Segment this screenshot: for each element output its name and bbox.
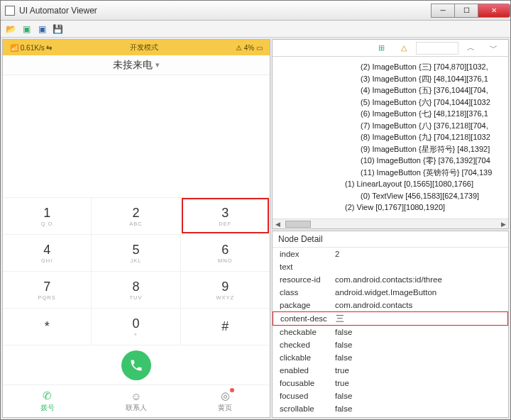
detail-value: android.widget.ImageButton <box>331 288 508 297</box>
detail-value: com.android.contacts <box>331 301 508 309</box>
detail-key: focusable <box>273 379 331 387</box>
tree-node[interactable]: (11) ImageButton {英镑符号} [704,139 <box>277 167 504 179</box>
detail-key: enabled <box>273 366 331 375</box>
detail-row-clickable[interactable]: clickablefalse <box>273 351 508 364</box>
detail-row-resource-id[interactable]: resource-idcom.android.contacts:id/three <box>273 273 508 286</box>
app-window: UI Automator Viewer ─ ☐ ✕ 📂 ▣ ▣ 💾 📶 0.61… <box>0 0 511 420</box>
detail-key: resource-id <box>273 275 331 284</box>
tree-node[interactable]: (3) ImageButton {四} [48,1044][376,1 <box>277 73 504 85</box>
detail-row-content-desc[interactable]: content-desc三 <box>273 311 508 326</box>
scroll-left-icon[interactable]: ◀ <box>273 221 282 228</box>
tree-node[interactable]: (1) LinearLayout [0,1565][1080,1766] <box>277 178 504 190</box>
close-button[interactable]: ✕ <box>478 4 510 18</box>
detail-row-checked[interactable]: checkedfalse <box>273 338 508 351</box>
phone-body: 1Q O 2ABC 3DEF 4GHI 5JKL 6MNO 7PQRS 8TUV… <box>3 75 270 417</box>
tree-node[interactable]: (0) TextView [456,1583][624,1739] <box>277 190 504 202</box>
detail-key: checkable <box>273 328 331 336</box>
detail-row-focused[interactable]: focusedfalse <box>273 389 508 402</box>
tree-node[interactable]: (5) ImageButton {六} [704,1044][1032 <box>277 96 504 109</box>
bottom-nav: ✆ 拨号 ☺ 联系人 ◎ 黄页 <box>3 385 270 417</box>
save-icon[interactable]: 💾 <box>52 23 63 35</box>
detail-row-focusable[interactable]: focusabletrue <box>273 377 508 389</box>
tree-node[interactable]: (10) ImageButton {零} [376,1392][704 <box>277 155 504 167</box>
tree-node[interactable]: (9) ImageButton {星形符号} [48,1392] <box>277 143 504 155</box>
detail-key: package <box>273 301 331 309</box>
phone-icon <box>129 358 143 372</box>
detail-row-scrollable[interactable]: scrollablefalse <box>273 402 508 415</box>
key-4[interactable]: 4GHI <box>3 234 92 271</box>
detail-row-package[interactable]: packagecom.android.contacts <box>273 299 508 311</box>
detail-value: com.android.contacts:id/three <box>331 275 508 284</box>
warning-icon[interactable]: △ <box>393 42 414 55</box>
device-screenshot-icon[interactable]: ▣ <box>21 23 32 35</box>
tree-node[interactable]: (4) ImageButton {五} [376,1044][704, <box>277 84 504 96</box>
detail-value: 2 <box>331 250 508 258</box>
right-panel: ⊞ △ ︿ ﹀ (2) ImageButton {三} [704,870][10… <box>272 39 509 418</box>
key-0[interactable]: 0+ <box>92 308 180 345</box>
detail-table[interactable]: index2textresource-idcom.android.contact… <box>273 248 508 417</box>
detail-key: clickable <box>273 353 331 362</box>
hierarchy-panel: ⊞ △ ︿ ﹀ (2) ImageButton {三} [704,870][10… <box>272 39 509 229</box>
node-detail-panel: Node Detail index2textresource-idcom.and… <box>272 231 509 418</box>
h-scrollbar[interactable]: ◀ ▶ <box>273 219 508 228</box>
detail-row-enabled[interactable]: enabledtrue <box>273 364 508 377</box>
screenshot-panel[interactable]: 📶 0.61K/s ⇆ 开发模式 ⚠ 4% ▭ 未接来电 ▾ 1Q O 2ABC… <box>2 39 270 418</box>
phone-header: 未接来电 ▾ <box>3 55 270 75</box>
key-9[interactable]: 9WXYZ <box>181 271 270 308</box>
blank-area <box>3 75 270 197</box>
tree-node[interactable]: (6) ImageButton {七} [48,1218][376,1 <box>277 108 504 120</box>
key-7[interactable]: 7PQRS <box>3 271 92 308</box>
tree-header: ⊞ △ ︿ ﹀ <box>273 40 508 57</box>
status-right: ⚠ 4% ▭ <box>236 44 263 52</box>
window-title: UI Automator Viewer <box>19 6 97 16</box>
prev-button[interactable]: ︿ <box>460 42 481 55</box>
search-field[interactable] <box>416 42 458 55</box>
device-dump-icon[interactable]: ▣ <box>36 23 48 35</box>
nav-pages[interactable]: ◎ 黄页 <box>181 385 270 417</box>
key-6[interactable]: 6MNO <box>181 234 270 271</box>
keypad: 1Q O 2ABC 3DEF 4GHI 5JKL 6MNO 7PQRS 8TUV… <box>3 197 270 345</box>
tree-node[interactable]: (2) View [0,1767][1080,1920] <box>277 201 504 214</box>
tree-body[interactable]: (2) ImageButton {三} [704,870][1032, (3) … <box>273 57 508 219</box>
minimize-button[interactable]: ─ <box>431 4 455 18</box>
maximize-button[interactable]: ☐ <box>454 4 478 18</box>
key-5[interactable]: 5JKL <box>92 234 180 271</box>
status-center: 开发模式 <box>130 43 158 52</box>
open-icon[interactable]: 📂 <box>5 23 16 35</box>
key-hash[interactable]: # <box>181 308 270 345</box>
nav-pages-label: 黄页 <box>218 403 232 413</box>
detail-row-text[interactable]: text <box>273 260 508 273</box>
detail-row-checkable[interactable]: checkablefalse <box>273 326 508 338</box>
detail-row-long-clickable[interactable]: long-clickabletrue <box>273 415 508 417</box>
content-area: 📶 0.61K/s ⇆ 开发模式 ⚠ 4% ▭ 未接来电 ▾ 1Q O 2ABC… <box>1 38 510 419</box>
key-1[interactable]: 1Q O <box>3 197 92 234</box>
key-3[interactable]: 3DEF <box>181 197 270 234</box>
scroll-right-icon[interactable]: ▶ <box>498 221 508 228</box>
next-button[interactable]: ﹀ <box>483 42 504 55</box>
titlebar-left: UI Automator Viewer <box>5 6 97 16</box>
detail-value: true <box>331 379 508 387</box>
detail-key: text <box>273 262 331 271</box>
toolbar: 📂 ▣ ▣ 💾 <box>1 21 510 38</box>
key-8[interactable]: 8TUV <box>92 271 180 308</box>
detail-title: Node Detail <box>273 231 508 248</box>
key-star[interactable]: * <box>3 308 92 345</box>
page-title: 未接来电 <box>113 59 153 72</box>
call-row <box>3 345 270 385</box>
detail-value: false <box>331 392 508 400</box>
detail-row-index[interactable]: index2 <box>273 248 508 260</box>
detail-row-class[interactable]: classandroid.widget.ImageButton <box>273 286 508 299</box>
nav-contacts[interactable]: ☺ 联系人 <box>92 385 180 417</box>
tree-node[interactable]: (2) ImageButton {三} [704,870][1032, <box>277 61 504 73</box>
key-2[interactable]: 2ABC <box>92 197 180 234</box>
call-button[interactable] <box>121 350 151 380</box>
detail-value: false <box>331 341 508 349</box>
scroll-thumb[interactable] <box>285 221 311 228</box>
nav-dial[interactable]: ✆ 拨号 <box>3 385 92 417</box>
nav-contacts-label: 联系人 <box>126 403 147 413</box>
chevron-down-icon: ▾ <box>155 60 160 70</box>
expand-all-icon[interactable]: ⊞ <box>370 42 392 55</box>
titlebar[interactable]: UI Automator Viewer ─ ☐ ✕ <box>1 1 510 21</box>
tree-node[interactable]: (7) ImageButton {八} [376,1218][704, <box>277 120 504 132</box>
tree-node[interactable]: (8) ImageButton {九} [704,1218][1032 <box>277 131 504 143</box>
